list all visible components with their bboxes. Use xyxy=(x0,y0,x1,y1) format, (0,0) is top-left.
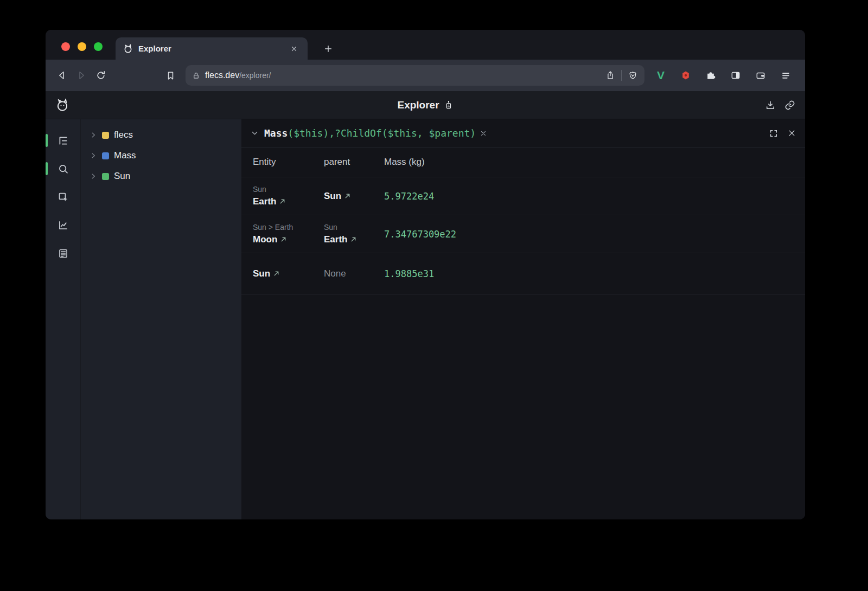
back-button[interactable] xyxy=(52,66,72,85)
entity-cell: Sun xyxy=(253,261,324,286)
entity-cell: Sun Earth xyxy=(253,178,324,214)
tree-item-mass[interactable]: Mass xyxy=(81,145,241,166)
tree-item-flecs[interactable]: flecs xyxy=(81,125,241,145)
fullscreen-icon[interactable] xyxy=(769,129,778,138)
window-zoom-button[interactable] xyxy=(94,42,103,51)
entity-link[interactable]: Sun xyxy=(253,267,320,281)
lock-icon xyxy=(192,72,200,80)
stats-icon[interactable] xyxy=(53,215,73,235)
external-link-icon xyxy=(350,236,356,242)
chevron-right-icon[interactable] xyxy=(90,131,97,139)
chevron-down-icon[interactable] xyxy=(251,129,259,137)
flecs-logo xyxy=(55,98,69,112)
download-icon[interactable] xyxy=(765,100,776,111)
entity-link[interactable]: Earth xyxy=(253,195,320,209)
entity-parent-path: Sun > Earth xyxy=(253,222,320,233)
query-panel: Mass($this), ?ChildOf($this, $parent) xyxy=(241,119,805,519)
entity-color-swatch xyxy=(102,152,109,159)
mass-value: 7.34767309e22 xyxy=(384,223,805,245)
vue-devtools-icon[interactable]: V xyxy=(650,66,672,85)
menu-hamburger-icon[interactable] xyxy=(775,66,796,85)
extensions-puzzle-icon[interactable] xyxy=(700,66,722,85)
mass-value: 5.9722e24 xyxy=(384,185,805,207)
entity-link[interactable]: Moon xyxy=(253,233,320,247)
url-bar[interactable]: flecs.dev/explorer/ xyxy=(186,65,644,86)
window-close-button[interactable] xyxy=(61,42,70,51)
reload-button[interactable] xyxy=(91,66,111,85)
result-table-header: Entity parent Mass (kg) xyxy=(241,147,805,177)
remote-icon xyxy=(444,100,454,110)
brave-shield-icon[interactable] xyxy=(628,70,638,81)
browser-tab[interactable]: Explorer xyxy=(116,37,308,60)
parent-cell: None xyxy=(324,261,384,286)
external-link-icon xyxy=(280,236,286,242)
sidebar-toggle-icon[interactable] xyxy=(725,66,746,85)
flecs-favicon xyxy=(123,44,133,54)
icon-rail xyxy=(46,119,80,519)
column-header-mass: Mass (kg) xyxy=(384,157,805,168)
urlbar-right-icons xyxy=(605,70,638,81)
tab-close-icon[interactable] xyxy=(288,43,300,55)
browser-window: Explorer xyxy=(46,30,805,519)
tree-item-sun[interactable]: Sun xyxy=(81,166,241,187)
entity-tree-panel: flecs Mass Sun xyxy=(80,119,241,519)
share-icon[interactable] xyxy=(605,70,615,80)
external-link-icon xyxy=(344,193,350,199)
tree-item-label: Sun xyxy=(114,171,130,182)
bookmark-icon[interactable] xyxy=(161,66,180,85)
query-term-args: ($this), xyxy=(288,127,335,139)
entity-link-label: Sun xyxy=(253,267,270,281)
parent-link[interactable]: Sun xyxy=(324,189,380,203)
url-text: flecs.dev/explorer/ xyxy=(205,70,271,81)
query-expression[interactable]: Mass($this), ?ChildOf($this, $parent) xyxy=(264,127,487,139)
entity-link-label: Earth xyxy=(253,195,276,209)
entity-parent-path: Sun xyxy=(253,184,320,195)
extension-icons: V xyxy=(650,66,799,85)
search-icon[interactable] xyxy=(53,159,73,178)
forward-button[interactable] xyxy=(72,66,91,85)
chevron-right-icon[interactable] xyxy=(90,152,97,159)
entity-color-swatch xyxy=(102,173,109,180)
query-bar: Mass($this), ?ChildOf($this, $parent) xyxy=(241,119,805,147)
active-indicator xyxy=(46,162,48,175)
url-path: /explorer/ xyxy=(239,71,271,80)
new-tab-button[interactable] xyxy=(317,37,339,60)
page-title-wrap: Explorer xyxy=(397,99,453,111)
mass-value: 1.9885e31 xyxy=(384,263,805,285)
page-content: Explorer xyxy=(46,91,805,519)
parent-link[interactable]: Earth xyxy=(324,233,380,247)
wallet-icon[interactable] xyxy=(750,66,771,85)
table-row: Sun Earth Sun 5.9722e24 xyxy=(241,177,805,215)
url-domain: flecs.dev xyxy=(205,70,239,80)
table-row: Sun None 1.9885e31 xyxy=(241,253,805,294)
query-term-name: Mass xyxy=(264,127,288,139)
hexagon-extension-icon[interactable] xyxy=(675,66,697,85)
external-link-icon xyxy=(279,198,285,204)
active-indicator xyxy=(46,134,48,147)
query-clear-icon[interactable] xyxy=(480,130,487,137)
chevron-right-icon[interactable] xyxy=(90,172,97,180)
tree-item-label: Mass xyxy=(114,150,136,161)
close-panel-icon[interactable] xyxy=(788,129,796,137)
explorer-body: flecs Mass Sun xyxy=(46,119,805,519)
window-minimize-button[interactable] xyxy=(78,42,86,51)
column-header-parent: parent xyxy=(324,157,384,168)
parent-link-label: Earth xyxy=(324,233,347,247)
permalink-icon[interactable] xyxy=(784,100,795,111)
page-title: Explorer xyxy=(397,99,439,111)
commands-icon[interactable] xyxy=(53,243,73,263)
parent-none-value: None xyxy=(324,267,380,281)
inspect-icon[interactable] xyxy=(53,187,73,207)
tab-strip: Explorer xyxy=(46,30,805,60)
traffic-lights xyxy=(61,42,103,51)
external-link-icon xyxy=(273,271,279,277)
query-bar-controls xyxy=(769,129,796,138)
parent-link-label: Sun xyxy=(324,189,341,203)
urlbar-divider xyxy=(621,70,622,81)
column-header-entity: Entity xyxy=(253,157,324,168)
table-row: Sun > Earth Moon Sun Earth xyxy=(241,215,805,253)
entity-color-swatch xyxy=(102,132,109,139)
explorer-header: Explorer xyxy=(46,91,805,119)
entity-tree-icon[interactable] xyxy=(53,131,73,150)
tree-item-label: flecs xyxy=(114,130,133,140)
